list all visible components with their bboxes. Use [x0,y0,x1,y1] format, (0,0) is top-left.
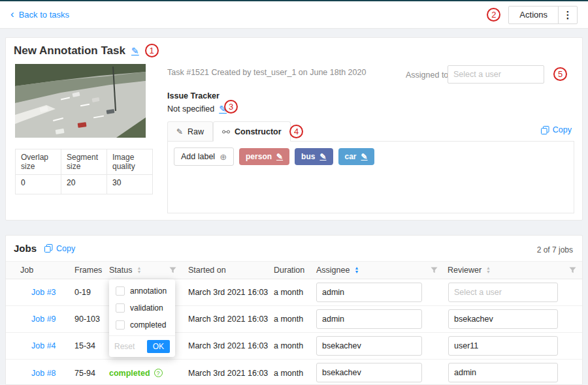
job-row-9: Job #9 90-103 March 3rd 2021 16:03 a mon… [6,306,582,333]
filter-reset-button[interactable]: Reset [114,342,135,351]
label-tag-person[interactable]: person ✎ [239,148,289,165]
job-link[interactable]: Job #9 [31,315,56,324]
param-header-overlap: Overlap size [16,149,61,175]
param-value-overlap: 0 [16,175,61,194]
param-header-segment: Segment size [61,149,107,175]
filter-option-label: validation [130,303,163,313]
reviewer-sort-icons: ▲▼ [486,266,491,274]
param-value-quality: 30 [107,175,153,194]
back-label: Back to tasks [19,10,69,20]
task-meta: Task #1521 Created by test_user_1 on Jun… [167,68,366,77]
checkbox-icon[interactable] [116,320,125,330]
tab-constructor-label: Constructor [235,127,282,136]
reviewer-input[interactable] [448,309,558,329]
callout-3: 3 [224,100,238,114]
label-car-name: car [345,152,357,161]
checkbox-icon[interactable] [116,286,125,296]
col-job: Job [20,266,33,275]
col-duration: Duration [274,266,304,275]
reviewer-input[interactable] [448,283,558,302]
job-status: completed ? [109,369,163,378]
top-bar: ‹ Back to tasks 2 Actions ⋮ [0,1,588,29]
jobs-title: Jobs [14,243,37,254]
tab-raw[interactable]: ✎ Raw [167,121,213,141]
assignee-filter-icon[interactable] [431,267,438,273]
top-bar-right: 2 Actions ⋮ [487,6,578,24]
add-label-button[interactable]: Add label ⊕ [174,147,234,166]
copy-labels-link[interactable]: Copy [541,125,572,134]
actions-button[interactable]: Actions [508,6,559,24]
job-started: March 3rd 2021 16:03 [188,369,268,378]
job-row-4: Job #4 15-34 March 3rd 2021 16:03 a mont… [6,333,582,360]
filter-option-label: annotation [130,286,167,296]
col-status-label: Status [109,266,132,275]
label-tag-bus[interactable]: bus ✎ [295,148,333,165]
status-filter-dropdown: annotation validation completed Reset OK [109,279,175,357]
checkbox-icon[interactable] [116,303,125,313]
reviewer-input[interactable] [448,363,558,382]
job-started: March 3rd 2021 16:03 [188,288,268,297]
question-circle-icon[interactable]: ? [154,369,163,377]
reviewer-input[interactable] [448,336,558,356]
more-menu-button[interactable]: ⋮ [558,6,578,24]
task-thumbnail [15,64,146,138]
caret-down-icon: ▼ [486,270,491,274]
issue-tracker-value-row: Not specified ✎ [167,104,227,114]
job-link[interactable]: Job #8 [31,369,56,378]
raw-pencil-icon: ✎ [176,127,183,136]
col-assignee-label: Assignee [316,266,350,275]
job-duration: a month [274,288,303,297]
job-duration: a month [274,369,303,378]
actions-button-group: Actions ⋮ [508,6,578,24]
job-duration: a month [274,315,303,324]
col-frames: Frames [74,266,102,275]
edit-label-car-icon[interactable]: ✎ [361,152,368,161]
jobs-header: Jobs Copy [14,243,75,254]
plus-circle-icon: ⊕ [220,152,227,162]
job-row-3: Job #3 0-19 March 3rd 2021 16:03 a month [6,279,582,306]
task-assignee-input[interactable] [448,65,544,84]
thumbnail-road-scene [15,64,146,138]
copy-jobs-label: Copy [56,244,75,253]
filter-option-annotation[interactable]: annotation [109,283,175,300]
job-frames: 15-34 [74,341,95,350]
assignee-input[interactable] [316,283,422,302]
filter-option-validation[interactable]: validation [109,300,175,316]
col-assignee-sort[interactable]: Assignee ▲▼ [316,266,359,275]
back-to-tasks-link[interactable]: ‹ Back to tasks [10,10,69,20]
assignee-sort-icons: ▲▼ [354,266,359,274]
filter-footer: Reset OK [109,335,175,357]
tab-constructor[interactable]: Constructor [213,121,291,142]
job-link[interactable]: Job #4 [31,341,56,350]
edit-title-icon[interactable]: ✎ [131,46,139,56]
assignee-input[interactable] [316,309,422,329]
reviewer-filter-icon[interactable] [569,267,576,273]
job-link[interactable]: Job #3 [31,288,56,297]
assignee-input[interactable] [316,336,422,356]
assignee-input[interactable] [316,363,422,382]
col-reviewer-sort[interactable]: Reviewer ▲▼ [448,266,491,275]
tab-raw-label: Raw [188,127,204,136]
job-started: March 3rd 2021 16:03 [188,315,268,324]
filter-ok-button[interactable]: OK [147,340,170,353]
callout-2: 2 [487,8,500,22]
callout-4: 4 [289,125,303,138]
col-status-sort[interactable]: Status ▲▼ [109,266,141,275]
filter-option-completed[interactable]: completed [109,316,175,333]
edit-label-bus-icon[interactable]: ✎ [319,152,326,161]
task-title: New Annotation Task [14,44,125,57]
status-filter-icon[interactable] [169,267,176,273]
jobs-count: 2 of 7 jobs [537,245,573,254]
issue-tracker-label: Issue Tracker [167,91,220,100]
job-frames: 90-103 [74,315,100,324]
task-params-table: Overlap size Segment size Image quality … [15,149,153,194]
copy-jobs-link[interactable]: Copy [44,244,75,253]
label-tag-car[interactable]: car ✎ [338,148,374,165]
edit-label-person-icon[interactable]: ✎ [276,152,283,161]
filter-option-label: completed [130,320,166,330]
job-frames: 0-19 [74,288,91,297]
task-details-page: ‹ Back to tasks 2 Actions ⋮ New Annotati… [0,0,588,385]
param-value-segment: 20 [61,175,107,194]
col-started: Started on [188,266,226,275]
label-bus-name: bus [301,152,315,161]
